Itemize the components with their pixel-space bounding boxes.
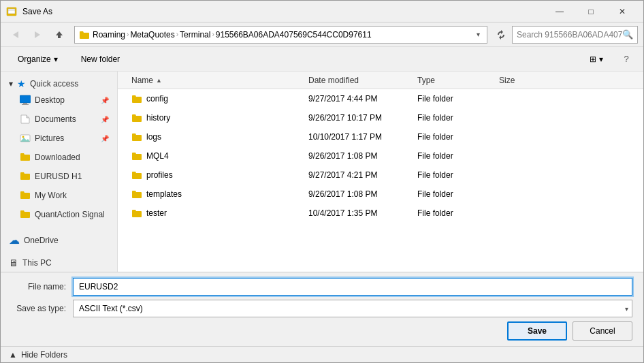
sidebar-item-quantaction[interactable]: QuantAction Signal — [1, 205, 117, 224]
svg-marker-3 — [13, 31, 18, 38]
sidebar-item-downloaded[interactable]: Downloaded — [1, 148, 117, 167]
save-button[interactable]: Save — [507, 321, 567, 341]
up-button[interactable] — [50, 26, 69, 44]
title-bar: Save As — □ ✕ — [1, 1, 643, 22]
table-row[interactable]: MQL4 9/26/2017 1:08 PM File folder — [118, 146, 643, 165]
address-bar[interactable]: Roaming › MetaQuotes › Terminal › 915566… — [74, 26, 487, 44]
dialog-title: Save As — [22, 7, 52, 16]
back-button[interactable] — [6, 26, 25, 44]
desktop-icon — [20, 95, 31, 106]
quick-access-header[interactable]: ▾ ★ Quick access — [1, 74, 117, 91]
hide-folders-bar[interactable]: ▲ Hide Folders — [1, 346, 643, 362]
table-row[interactable]: logs 10/10/2017 1:17 PM File folder — [118, 127, 643, 146]
folder-icon — [131, 189, 142, 200]
col-header-name[interactable]: Name ▲ — [126, 72, 303, 89]
cancel-button[interactable]: Cancel — [573, 321, 632, 341]
quantaction-icon — [20, 209, 31, 220]
collapse-arrow-icon: ▲ — [9, 350, 17, 360]
folder-icon — [131, 208, 142, 219]
savetype-label: Save as type: — [12, 304, 73, 313]
file-list: Name ▲ Date modified Type Size — [118, 72, 643, 272]
onedrive-item[interactable]: ☁ OneDrive — [1, 230, 117, 248]
svg-rect-7 — [20, 95, 31, 103]
sidebar-item-pictures[interactable]: Pictures 📌 — [1, 129, 117, 148]
new-folder-button[interactable]: New folder — [72, 50, 129, 69]
refresh-button[interactable] — [493, 26, 509, 44]
filename-label: File name: — [12, 282, 73, 291]
sidebar-item-mywork[interactable]: My Work — [1, 186, 117, 205]
folder-icon — [131, 170, 142, 180]
savetype-wrapper: ASCII Text (*.csv) ▾ — [73, 300, 632, 317]
dialog-buttons: Save Cancel — [12, 321, 632, 341]
savetype-select[interactable]: ASCII Text (*.csv) — [73, 300, 632, 317]
svg-rect-6 — [58, 35, 61, 38]
maximize-button[interactable]: □ — [575, 1, 607, 22]
eurusd-icon — [20, 171, 31, 182]
sidebar-item-desktop[interactable]: Desktop 📌 — [1, 91, 117, 110]
svg-marker-4 — [35, 31, 40, 38]
organize-button[interactable]: Organize ▾ — [9, 50, 67, 69]
action-bar: Organize ▾ New folder ⊞ ▾ ? — [1, 47, 643, 72]
help-button[interactable]: ? — [617, 50, 635, 68]
table-row[interactable]: tester 10/4/2017 1:35 PM File folder — [118, 204, 643, 223]
table-row[interactable]: config 9/27/2017 4:44 PM File folder — [118, 89, 643, 108]
view-options: ⊞ ▾ — [581, 50, 612, 69]
folder-icon — [131, 151, 142, 161]
folder-icon — [131, 93, 142, 104]
filename-row: File name: — [12, 278, 632, 296]
col-header-size[interactable]: Size — [494, 72, 548, 89]
minimize-button[interactable]: — — [544, 1, 575, 22]
sidebar: ▾ ★ Quick access Desktop 📌 — [1, 72, 118, 272]
table-row[interactable]: templates 9/26/2017 1:08 PM File folder — [118, 185, 643, 204]
svg-rect-9 — [22, 104, 29, 105]
view-button[interactable]: ⊞ ▾ — [581, 50, 612, 69]
address-dropdown[interactable]: ▾ — [472, 27, 484, 43]
savetype-row: Save as type: ASCII Text (*.csv) ▾ — [12, 300, 632, 317]
table-row[interactable]: history 9/26/2017 10:17 PM File folder — [118, 108, 643, 127]
thispc-item[interactable]: 🖥 This PC — [1, 253, 117, 270]
svg-rect-8 — [23, 103, 27, 104]
pictures-icon — [20, 133, 31, 144]
sidebar-item-documents[interactable]: Documents 📌 — [1, 110, 117, 129]
search-input[interactable] — [517, 30, 622, 40]
dialog-icon — [6, 6, 17, 17]
folder-icon — [131, 131, 142, 142]
filename-input[interactable] — [73, 278, 632, 296]
sidebar-item-eurusd[interactable]: EURUSD H1 — [1, 167, 117, 186]
main-content: ▾ ★ Quick access Desktop 📌 — [1, 72, 643, 272]
col-header-date[interactable]: Date modified — [303, 72, 412, 89]
downloaded-icon — [20, 152, 31, 163]
search-icon: 🔍 — [622, 29, 633, 40]
svg-rect-1 — [8, 9, 15, 14]
mywork-icon — [20, 190, 31, 201]
table-row[interactable]: profiles 9/27/2017 4:21 PM File folder — [118, 165, 643, 185]
file-list-body: config 9/27/2017 4:44 PM File folder his… — [118, 89, 643, 272]
folder-address-icon — [78, 28, 91, 42]
file-list-header: Name ▲ Date modified Type Size — [118, 72, 643, 89]
bottom-section: File name: Save as type: ASCII Text (*.c… — [1, 272, 643, 346]
breadcrumb: Roaming › MetaQuotes › Terminal › 915566… — [93, 30, 470, 40]
close-button[interactable]: ✕ — [607, 1, 638, 22]
col-header-type[interactable]: Type — [412, 72, 494, 89]
svg-marker-5 — [56, 31, 63, 35]
search-box[interactable]: 🔍 — [512, 26, 638, 44]
forward-button[interactable] — [28, 26, 47, 44]
window-controls: — □ ✕ — [544, 1, 638, 22]
folder-icon — [131, 112, 142, 123]
navigation-toolbar: Roaming › MetaQuotes › Terminal › 915566… — [1, 22, 643, 47]
documents-icon — [20, 114, 31, 125]
